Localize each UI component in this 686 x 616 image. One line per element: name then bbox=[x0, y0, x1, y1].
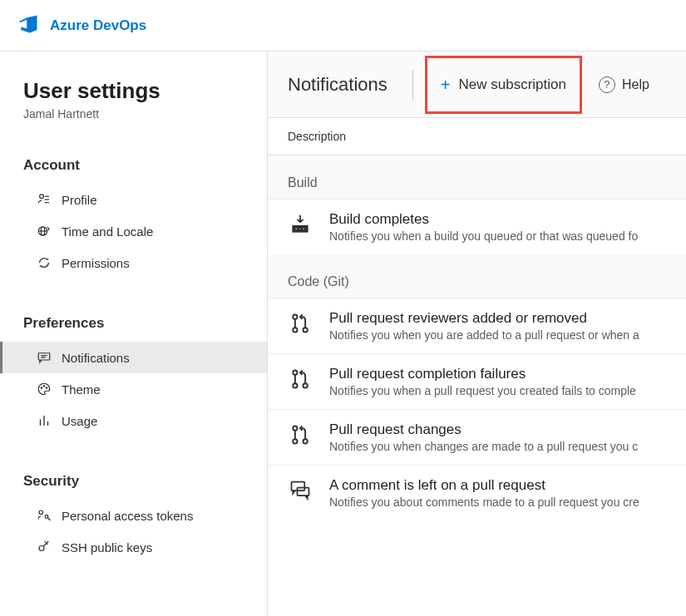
section-header-security: Security bbox=[0, 436, 267, 500]
svg-point-27 bbox=[293, 371, 297, 375]
svg-point-30 bbox=[304, 383, 308, 387]
plus-icon: + bbox=[441, 76, 451, 93]
bar-chart-icon bbox=[37, 413, 52, 428]
section-header-preferences: Preferences bbox=[0, 278, 267, 342]
sidebar-item-label: SSH public keys bbox=[62, 540, 152, 554]
svg-point-31 bbox=[293, 426, 297, 431]
sidebar-item-label: Notifications bbox=[62, 351, 130, 365]
notification-row[interactable]: Pull request completion failures Notifie… bbox=[268, 353, 686, 409]
column-header-description: Description bbox=[268, 118, 686, 155]
svg-rect-21 bbox=[299, 228, 301, 231]
svg-rect-22 bbox=[303, 228, 305, 231]
new-subscription-button[interactable]: + New subscription bbox=[437, 75, 570, 95]
sidebar-item-label: Usage bbox=[62, 414, 97, 428]
key-icon bbox=[37, 540, 52, 554]
sidebar-item-permissions[interactable]: Permissions bbox=[0, 247, 267, 278]
notification-title: Build completes bbox=[329, 211, 638, 228]
svg-point-10 bbox=[41, 387, 42, 389]
toolbar: Notifications + New subscription ? Help bbox=[268, 52, 686, 118]
notification-desc: Notifies you when you are added to a pul… bbox=[329, 328, 639, 342]
refresh-icon bbox=[37, 255, 52, 270]
page-username: Jamal Hartnett bbox=[0, 104, 267, 121]
comment-icon bbox=[288, 479, 313, 502]
svg-point-18 bbox=[39, 546, 44, 551]
svg-point-0 bbox=[40, 195, 44, 199]
group-header-code-git: Code (Git) bbox=[268, 254, 686, 298]
pr-icon bbox=[288, 312, 313, 335]
notification-row[interactable]: Build completes Notifies you when a buil… bbox=[268, 199, 686, 254]
sidebar-item-profile[interactable]: Profile bbox=[0, 184, 267, 215]
main-content: Notifications + New subscription ? Help … bbox=[268, 52, 686, 616]
pr-icon bbox=[288, 423, 313, 446]
svg-point-34 bbox=[304, 439, 308, 443]
new-subscription-label: New subscription bbox=[459, 76, 566, 93]
globe-icon bbox=[37, 224, 52, 239]
sidebar-item-theme[interactable]: Theme bbox=[0, 373, 267, 405]
build-icon bbox=[288, 213, 313, 236]
profile-icon bbox=[37, 192, 52, 207]
sidebar-item-time-locale[interactable]: Time and Locale bbox=[0, 215, 267, 247]
svg-point-28 bbox=[293, 383, 297, 387]
section-header-account: Account bbox=[0, 121, 267, 184]
svg-point-17 bbox=[45, 515, 48, 519]
highlight-box: + New subscription bbox=[425, 56, 582, 114]
sidebar-item-label: Time and Locale bbox=[62, 224, 153, 239]
svg-point-24 bbox=[293, 328, 297, 332]
help-button[interactable]: ? Help bbox=[599, 76, 649, 93]
notification-title: Pull request completion failures bbox=[329, 366, 636, 382]
sidebar-item-usage[interactable]: Usage bbox=[0, 405, 267, 436]
svg-point-12 bbox=[46, 387, 47, 389]
brand-name: Azure DevOps bbox=[50, 17, 146, 34]
pr-icon bbox=[288, 367, 313, 391]
toolbar-title: Notifications bbox=[288, 74, 406, 96]
notification-title: Pull request changes bbox=[329, 421, 638, 438]
notification-row[interactable]: Pull request reviewers added or removed … bbox=[268, 298, 686, 353]
svg-rect-7 bbox=[38, 353, 50, 360]
page-title: User settings bbox=[0, 78, 267, 104]
svg-rect-36 bbox=[298, 488, 309, 496]
chat-icon bbox=[37, 350, 52, 365]
notification-title: Pull request reviewers added or removed bbox=[329, 310, 639, 327]
notification-desc: Notifies you when changes are made to a … bbox=[329, 440, 638, 453]
svg-point-32 bbox=[293, 439, 297, 443]
sidebar-item-label: Theme bbox=[62, 382, 101, 397]
svg-rect-20 bbox=[295, 228, 298, 231]
notification-row[interactable]: Pull request changes Notifies you when c… bbox=[268, 409, 686, 465]
sidebar-item-label: Profile bbox=[62, 193, 97, 207]
toolbar-divider bbox=[412, 70, 413, 100]
svg-point-16 bbox=[39, 510, 43, 515]
svg-point-26 bbox=[304, 328, 308, 332]
help-label: Help bbox=[622, 77, 649, 92]
palette-icon bbox=[37, 382, 52, 397]
group-header-build: Build bbox=[268, 155, 686, 199]
top-bar: Azure DevOps bbox=[0, 0, 686, 52]
svg-point-23 bbox=[293, 315, 297, 319]
sidebar-item-label: Permissions bbox=[62, 256, 130, 270]
notification-desc: Notifies you about comments made to a pu… bbox=[329, 495, 639, 509]
notification-desc: Notifies you when a build you queued or … bbox=[329, 229, 638, 243]
azure-devops-icon bbox=[17, 12, 40, 38]
sidebar-item-notifications[interactable]: Notifications bbox=[0, 342, 267, 373]
sidebar-item-label: Personal access tokens bbox=[62, 509, 193, 523]
sidebar-item-pat[interactable]: Personal access tokens bbox=[0, 500, 267, 531]
sidebar-item-ssh-keys[interactable]: SSH public keys bbox=[0, 531, 267, 563]
help-icon: ? bbox=[599, 76, 615, 93]
key-person-icon bbox=[37, 508, 52, 523]
notification-row[interactable]: A comment is left on a pull request Noti… bbox=[268, 465, 686, 520]
sidebar: User settings Jamal Hartnett Account Pro… bbox=[0, 52, 268, 616]
brand-logo[interactable]: Azure DevOps bbox=[17, 12, 146, 38]
svg-point-11 bbox=[43, 386, 45, 387]
notification-title: A comment is left on a pull request bbox=[329, 477, 639, 494]
notification-desc: Notifies you when a pull request you cre… bbox=[329, 384, 636, 397]
